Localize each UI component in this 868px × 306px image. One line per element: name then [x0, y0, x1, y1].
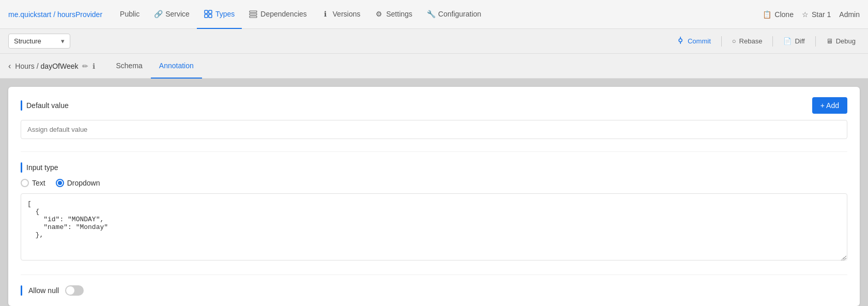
annotation-card: Default value + Add Input type Text — [8, 87, 860, 306]
radio-text-btn[interactable] — [21, 179, 29, 187]
nav-service-label: Service — [165, 10, 190, 18]
debug-button[interactable]: 🖥 Debug — [822, 35, 860, 47]
visibility-label: Public — [120, 10, 140, 18]
svg-rect-6 — [250, 16, 257, 18]
svg-rect-3 — [209, 14, 212, 18]
nav-versions-label: Versions — [333, 10, 361, 18]
rebase-button[interactable]: ○ Rebase — [728, 35, 767, 47]
structure-label: Structure — [14, 37, 41, 45]
default-value-input[interactable] — [21, 120, 847, 139]
input-type-section: Input type Text Dropdown [ { "id": "MOND… — [21, 162, 847, 262]
add-button[interactable]: + Add — [812, 97, 847, 114]
info-icon[interactable]: ℹ — [92, 62, 95, 70]
nav-actions: 📋 Clone ☆ Star 1 Admin — [763, 10, 860, 19]
radio-dropdown-option[interactable]: Dropdown — [56, 179, 100, 187]
breadcrumb-parent[interactable]: Hours — [15, 62, 34, 70]
section-divider-1 — [21, 151, 847, 152]
nav-item-configuration[interactable]: 🔧 Configuration — [420, 0, 488, 29]
chevron-down-icon: ▾ — [61, 37, 65, 45]
svg-rect-4 — [250, 11, 257, 12]
nav-item-settings[interactable]: ⚙ Settings — [367, 0, 420, 29]
settings-icon: ⚙ — [375, 10, 383, 18]
tab-annotation-label: Annotation — [159, 62, 194, 70]
section-indicator — [21, 100, 22, 111]
svg-rect-0 — [205, 10, 208, 13]
debug-label: Debug — [836, 37, 856, 45]
default-value-header: Default value + Add — [21, 97, 847, 114]
section-divider-2 — [21, 274, 847, 275]
back-button[interactable]: ‹ — [8, 62, 11, 71]
radio-text-option[interactable]: Text — [21, 179, 45, 187]
breadcrumb-bar: ‹ Hours / dayOfWeek ✏ ℹ Schema Annotatio… — [0, 54, 868, 79]
commit-icon — [676, 36, 685, 46]
nav-types-label: Types — [215, 10, 235, 18]
star-label: Star 1 — [812, 10, 831, 19]
nav-item-types[interactable]: Types — [197, 0, 242, 29]
resize-handle: ⊿ — [840, 255, 846, 261]
admin-button[interactable]: Admin — [839, 10, 860, 19]
dependencies-icon — [249, 10, 257, 18]
allow-null-section: Allow null — [21, 285, 847, 296]
breadcrumb-current: dayOfWeek — [41, 62, 79, 70]
clone-button[interactable]: 📋 Clone — [763, 10, 794, 19]
config-icon: 🔧 — [427, 10, 435, 18]
nav-settings-label: Settings — [386, 10, 412, 18]
tab-annotation[interactable]: Annotation — [151, 54, 202, 79]
svg-rect-1 — [209, 10, 212, 13]
svg-point-7 — [679, 39, 682, 42]
radio-text-label: Text — [32, 179, 45, 187]
breadcrumb-separator: / — [37, 62, 39, 70]
nav-item-dependencies[interactable]: Dependencies — [242, 0, 314, 29]
versions-icon: ℹ — [321, 10, 330, 18]
brand-text: me.quickstart / hoursProvider — [8, 10, 102, 19]
breadcrumb-icons: ✏ ℹ — [82, 62, 95, 70]
brand-link[interactable]: me.quickstart / hoursProvider — [8, 10, 102, 19]
nav-item-versions[interactable]: ℹ Versions — [314, 0, 368, 29]
link-icon: 🔗 — [154, 10, 162, 18]
tab-schema-label: Schema — [116, 62, 142, 70]
section-indicator-3 — [21, 285, 22, 296]
tab-group: Schema Annotation — [107, 54, 202, 79]
debug-icon: 🖥 — [826, 37, 833, 45]
allow-null-title: Allow null — [28, 286, 59, 295]
main-content: Default value + Add Input type Text — [0, 79, 868, 306]
nav-item-service[interactable]: 🔗 Service — [147, 0, 197, 29]
structure-dropdown[interactable]: Structure ▾ — [8, 34, 70, 49]
diff-button[interactable]: 📄 Diff — [779, 35, 809, 47]
top-navigation: me.quickstart / hoursProvider Public 🔗 S… — [0, 0, 868, 29]
star-button[interactable]: ☆ Star 1 — [802, 10, 831, 19]
section-indicator-2 — [21, 162, 22, 173]
radio-dropdown-label: Dropdown — [67, 179, 100, 187]
diff-label: Diff — [795, 37, 804, 45]
commit-button[interactable]: Commit — [672, 34, 715, 48]
clone-label: Clone — [774, 10, 794, 19]
default-value-section: Default value + Add — [21, 97, 847, 139]
radio-dropdown-btn[interactable] — [56, 179, 64, 187]
rebase-icon: ○ — [732, 37, 736, 45]
commit-label: Commit — [688, 37, 711, 45]
add-button-label: + Add — [820, 101, 839, 110]
toolbar-divider — [721, 36, 722, 47]
edit-icon[interactable]: ✏ — [82, 62, 88, 70]
clone-icon: 📋 — [763, 10, 771, 19]
dropdown-code-editor[interactable]: [ { "id": "MONDAY", "name": "Monday" }, — [21, 193, 847, 261]
types-icon — [204, 10, 212, 18]
nav-dependencies-label: Dependencies — [260, 10, 307, 18]
svg-rect-2 — [205, 14, 208, 18]
toolbar-right: Commit ○ Rebase 📄 Diff 🖥 Debug — [672, 34, 860, 48]
rebase-label: Rebase — [739, 37, 763, 45]
toggle-knob — [66, 286, 74, 295]
toolbar: Structure ▾ Commit ○ Rebase 📄 Diff — [0, 29, 868, 54]
code-editor-wrapper: [ { "id": "MONDAY", "name": "Monday" }, … — [21, 187, 847, 262]
input-type-row: Text Dropdown — [21, 179, 847, 187]
admin-label: Admin — [839, 10, 860, 19]
input-type-title-group: Input type — [21, 162, 847, 173]
default-value-title: Default value — [26, 101, 69, 110]
diff-icon: 📄 — [783, 37, 792, 45]
svg-rect-5 — [250, 13, 257, 15]
allow-null-toggle[interactable] — [65, 285, 84, 296]
nav-config-label: Configuration — [438, 10, 481, 18]
tab-schema[interactable]: Schema — [107, 54, 150, 79]
star-icon: ☆ — [802, 10, 809, 19]
nav-item-public: Public — [113, 0, 147, 29]
